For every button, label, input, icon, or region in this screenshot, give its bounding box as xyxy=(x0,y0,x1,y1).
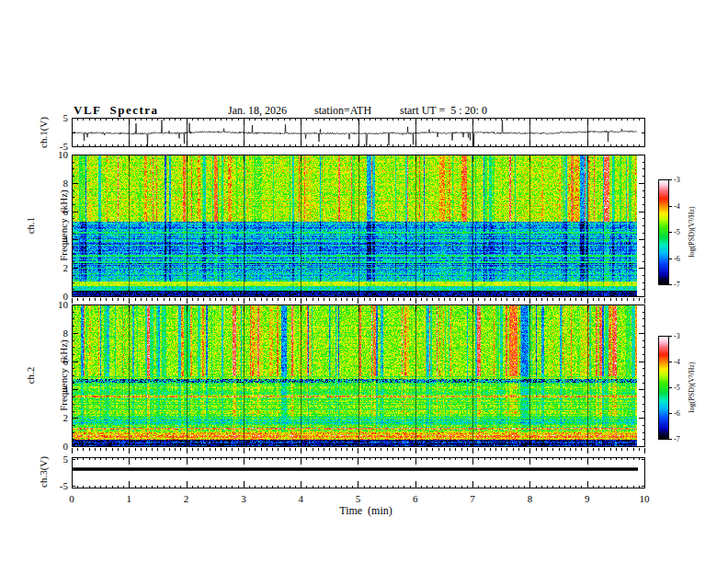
ch2-spectrogram-plot xyxy=(72,304,645,447)
colorbar-2-tick-label: -6 xyxy=(674,409,680,418)
colorbar-1-tick-label: -5 xyxy=(674,228,680,236)
x-tick-label: 0 xyxy=(63,493,81,504)
spec1-y-tick-label: 2 xyxy=(40,262,68,273)
figure-start-ut: start UT = 5 : 20: 0 xyxy=(400,104,487,118)
spec2-y-tick-label: 8 xyxy=(40,327,68,339)
colorbar-2-title: log(PSD)(V²/Hz) xyxy=(688,362,696,412)
spec2-y-tick-label: 6 xyxy=(40,356,68,367)
colorbar-2-tick-label: -5 xyxy=(674,384,680,392)
spec2-y-tick-label: 0 xyxy=(40,441,68,452)
spec2-y-tick-label: 4 xyxy=(40,384,68,395)
x-tick-label: 9 xyxy=(578,493,597,504)
x-tick-label: 4 xyxy=(291,493,310,504)
spec2-y-tick-label: 10 xyxy=(40,299,68,310)
ch3-waveform-plot xyxy=(72,457,645,488)
spec2-y-tick-label: 2 xyxy=(40,412,68,423)
wave1-y-tick-label: -5 xyxy=(40,141,68,152)
ch2-spectrogram-ylabel-line1: ch.2 xyxy=(25,339,36,411)
colorbar-1-tick-label: -7 xyxy=(674,281,680,289)
figure-title: VLF Spectra xyxy=(74,103,159,118)
x-axis-title: Time (min) xyxy=(339,504,392,518)
wave3-y-tick-label: 5 xyxy=(40,454,68,465)
ch1-spectrogram-ylabel-line1: ch.1 xyxy=(25,190,36,261)
colorbar-2-tick-label: -4 xyxy=(674,358,680,366)
colorbar-2-tick-label: -3 xyxy=(674,332,680,340)
ch2-spectrogram-ylabel-line2: Frequency (kHz) xyxy=(58,339,69,411)
x-tick-label: 2 xyxy=(177,493,196,504)
colorbar-2-tick-label: -7 xyxy=(674,435,680,443)
spec1-y-tick-label: 4 xyxy=(40,234,68,245)
colorbar-1-tick-label: -6 xyxy=(674,255,680,263)
x-tick-label: 7 xyxy=(463,493,482,504)
x-tick-label: 10 xyxy=(635,493,654,504)
spec1-y-tick-label: 8 xyxy=(40,178,68,189)
ch1-waveform-plot xyxy=(72,118,645,147)
x-tick-label: 5 xyxy=(349,493,368,504)
x-tick-strip-2 xyxy=(72,448,645,454)
x-tick-label: 3 xyxy=(234,493,253,504)
ch1-spectrogram-plot xyxy=(72,155,645,297)
wave1-y-tick-label: 5 xyxy=(40,112,68,123)
colorbar-1-tick-label: -3 xyxy=(674,176,680,184)
figure-station: station=ATH xyxy=(314,104,371,118)
colorbar-1-title: log(PSD)(V²/Hz) xyxy=(688,206,696,257)
colorbar-1-tick-label: -4 xyxy=(674,202,680,211)
figure-date: Jan. 18, 2026 xyxy=(228,104,287,118)
x-tick-label: 6 xyxy=(406,493,425,504)
spec1-y-tick-label: 6 xyxy=(40,206,68,217)
colorbar-2 xyxy=(658,336,673,440)
vlf-spectra-figure: VLF Spectra Jan. 18, 2026 station=ATH st… xyxy=(0,0,728,563)
ch1-spectrogram-ylabel-line2: Frequency (kHz) xyxy=(58,190,69,261)
x-tick-label: 8 xyxy=(520,493,539,504)
wave3-y-tick-label: -5 xyxy=(40,480,68,491)
x-tick-strip-1 xyxy=(72,298,645,304)
x-tick-label: 1 xyxy=(119,493,138,504)
colorbar-1 xyxy=(658,179,673,285)
